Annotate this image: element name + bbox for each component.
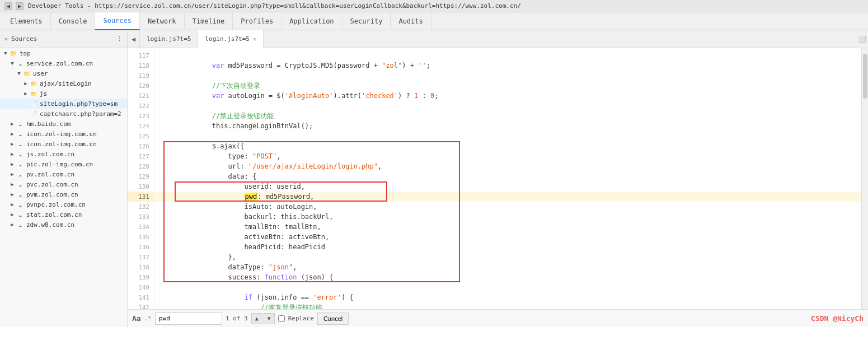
tab-security[interactable]: Security <box>342 12 391 30</box>
tree-item-icon1[interactable]: ▶ ☁ icon.zol-img.com.cn <box>0 129 127 139</box>
code-line-129: data: { <box>154 171 861 181</box>
code-line-130: userid: userid, <box>154 181 861 192</box>
tree-arrow-top: ▼ <box>2 50 9 56</box>
replace-label: Replace <box>288 315 314 322</box>
line-num-120: 120 <box>128 81 154 91</box>
line-num-126: 126 <box>128 141 154 151</box>
tab-console[interactable]: Console <box>51 12 96 30</box>
tab-network[interactable]: Network <box>140 12 185 30</box>
line-num-134: 134 <box>128 222 154 232</box>
tab-profiles[interactable]: Profiles <box>233 12 281 30</box>
search-regex-btn[interactable]: .* <box>144 315 152 322</box>
tree-item-sitelogin[interactable]: 📄 siteLogin.php?type=sm <box>0 99 127 109</box>
code-tab-1-label: login.js?t=5 <box>147 35 191 43</box>
tree-item-js-zol[interactable]: ▶ ☁ js.zol.com.cn <box>0 149 127 159</box>
tab-elements[interactable]: Elements <box>2 12 51 30</box>
tree-item-top[interactable]: ▼ 📁 top <box>0 48 127 58</box>
cancel-button[interactable]: Cancel <box>317 313 349 325</box>
sidebar-menu-btn[interactable]: ⋮ <box>116 35 123 43</box>
tree-label-hm: hm.baidu.com <box>26 120 71 128</box>
watermark: CSDN @NicyCh <box>811 314 864 323</box>
tree-item-pvm[interactable]: ▶ ☁ pvm.zol.com.cn <box>0 189 127 199</box>
code-line-124: this.changeLoginBtnVal(); <box>154 121 861 131</box>
line-num-124: 124 <box>128 121 154 131</box>
back-icon[interactable]: ◀ <box>4 2 12 10</box>
line-num-131: 131 <box>128 192 154 202</box>
tree-item-stat[interactable]: ▶ ☁ stat.zol.com.cn <box>0 209 127 220</box>
folder-icon-ajax: 📁 <box>29 80 38 87</box>
scrollbar-track[interactable] <box>861 48 868 309</box>
main-tab-bar: Elements Console Sources Network Timelin… <box>0 12 868 30</box>
search-aa-btn[interactable]: Aa <box>132 314 141 323</box>
line-num-133: 133 <box>128 212 154 222</box>
code-line-127: type: "POST", <box>154 151 861 161</box>
tree-item-pic[interactable]: ▶ ☁ pic.zol-img.com.cn <box>0 159 127 169</box>
tab-application[interactable]: Application <box>281 12 342 30</box>
tree-item-service[interactable]: ▼ ☁ service.zol.com.cn <box>0 58 127 68</box>
line-num-125: 125 <box>128 131 154 141</box>
code-tab-2[interactable]: login.js?t=5 ✕ <box>198 30 264 48</box>
tree-arrow-service: ▼ <box>9 60 16 66</box>
code-tab-2-close[interactable]: ✕ <box>253 36 256 42</box>
sidebar-expand-btn[interactable]: » <box>4 36 8 42</box>
tree-arrow-pvnpc: ▶ <box>9 202 16 207</box>
tree-item-icon2[interactable]: ▶ ☁ icon.zol-img.com.cn <box>0 139 127 149</box>
title-bar-icons[interactable]: ◀ ▶ <box>4 2 24 10</box>
code-line-121: var autoLogin = $('#loginAuto').attr('ch… <box>154 91 861 101</box>
tree-item-ajax[interactable]: ▶ 📁 ajax/siteLogin <box>0 78 127 88</box>
code-line-123: //禁止登录按钮功能 <box>154 111 861 121</box>
scrollbar-thumb[interactable] <box>863 54 867 99</box>
code-line-142: //恢复登录按钮功能 <box>154 302 861 309</box>
tree-arrow-pic: ▶ <box>9 161 16 167</box>
tab-sources[interactable]: Sources <box>95 12 140 30</box>
line-num-129: 129 <box>128 171 154 181</box>
tree-label-stat: stat.zol.com.cn <box>26 211 82 218</box>
line-num-140: 140 <box>128 282 154 292</box>
tree-item-pvnpc[interactable]: ▶ ☁ pvnpc.zol.com.cn <box>0 199 127 209</box>
tree-item-js[interactable]: ▶ 📁 js <box>0 88 127 99</box>
code-area[interactable]: 1171181191201211221231241251261271281291… <box>128 48 868 309</box>
code-line-126: $.ajax({ <box>154 141 861 151</box>
title-bar-text: Developer Tools - https://service.zol.co… <box>28 2 521 10</box>
tab-audits[interactable]: Audits <box>391 12 431 30</box>
cloud-icon-icon1: ☁ <box>16 130 25 138</box>
forward-icon[interactable]: ▶ <box>16 2 24 10</box>
search-next-btn[interactable]: ▼ <box>264 313 275 324</box>
code-tab-1[interactable]: login.js?t=5 <box>140 30 198 48</box>
code-line-125 <box>154 131 861 141</box>
tree-label-pv: pv.zol.com.cn <box>26 171 74 178</box>
line-num-141: 141 <box>128 292 154 302</box>
code-line-137: }, <box>154 252 861 262</box>
code-line-120: //下次自动登录 <box>154 81 861 91</box>
line-num-118: 118 <box>128 60 154 71</box>
line-num-127: 127 <box>128 151 154 161</box>
file-icon-sitelogin: 📄 <box>29 100 38 108</box>
search-nav: ▲ ▼ <box>251 313 275 324</box>
cloud-icon-pvc: ☁ <box>16 180 25 188</box>
tree-item-zdw[interactable]: ▶ ☁ zdw.w8.com.cn <box>0 220 127 230</box>
tab-timeline[interactable]: Timeline <box>185 12 233 30</box>
main-layout: » Sources ⋮ ▼ 📁 top ▼ ☁ service.zol.com.… <box>0 30 868 327</box>
code-line-141: if (json.info == 'error') { <box>154 292 861 302</box>
file-icon-captchasrc: 📄 <box>29 110 38 118</box>
line-num-121: 121 <box>128 91 154 101</box>
search-input[interactable] <box>159 315 204 322</box>
tree-item-pv[interactable]: ▶ ☁ pv.zol.com.cn <box>0 169 127 179</box>
tree-label-zdw: zdw.w8.com.cn <box>26 221 74 229</box>
sidebar-header: » Sources ⋮ <box>0 30 127 48</box>
code-tab-back-btn[interactable]: ◀ <box>128 30 140 48</box>
tree-item-user[interactable]: ▼ 📁 user <box>0 68 127 78</box>
tree-item-captchasrc[interactable]: 📄 captchasrc.php?param=2 <box>0 109 127 119</box>
search-prev-btn[interactable]: ▲ <box>251 313 262 324</box>
tree-item-hm[interactable]: ▶ ☁ hm.baidu.com <box>0 119 127 129</box>
tree-label-js: js <box>40 90 47 97</box>
code-panel-toggle[interactable]: ⬜ <box>856 30 868 48</box>
cloud-icon-pvnpc: ☁ <box>16 201 25 208</box>
line-num-117: 117 <box>128 50 154 60</box>
line-num-130: 130 <box>128 181 154 192</box>
code-content[interactable]: var md5Password = CryptoJS.MD5(password … <box>154 48 861 309</box>
search-input-wrap[interactable] <box>155 313 222 325</box>
replace-checkbox[interactable] <box>278 315 285 322</box>
tree-item-pvc[interactable]: ▶ ☁ pvc.zol.com.cn <box>0 179 127 189</box>
line-num-135: 135 <box>128 232 154 242</box>
